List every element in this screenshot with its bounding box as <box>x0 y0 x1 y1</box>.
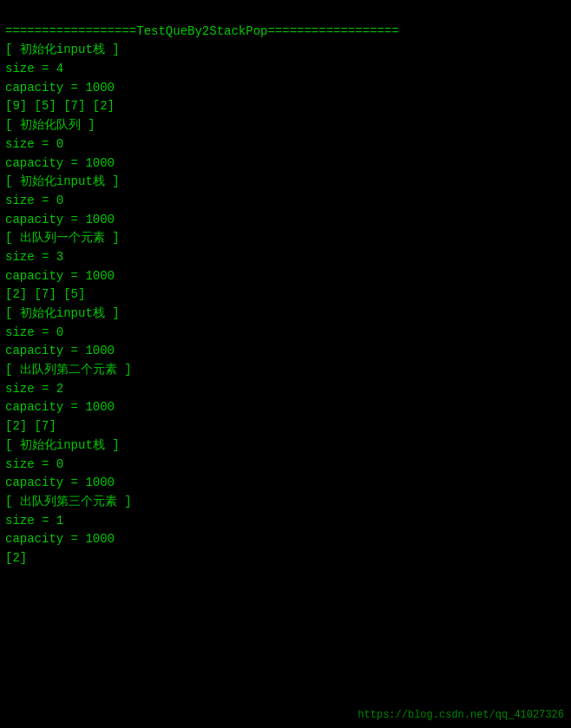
terminal-line-size-2: size = 2 <box>5 380 566 399</box>
terminal-line-size-1: size = 1 <box>5 512 566 531</box>
terminal-line-size-0-3: size = 0 <box>5 324 566 343</box>
terminal-line-dequeue-3: [ 出队列第三个元素 ] <box>5 493 566 512</box>
terminal-line-init-input-stack-2: [ 初始化input栈 ] <box>5 173 566 192</box>
terminal-line-dequeue-2: [ 出队列第二个元素 ] <box>5 361 566 380</box>
terminal-line-init-input-stack-3: [ 初始化input栈 ] <box>5 305 566 324</box>
terminal-line-capacity-1000-3: capacity = 1000 <box>5 211 566 230</box>
terminal-line-size-3: size = 3 <box>5 248 566 267</box>
terminal-line-capacity-1000-5: capacity = 1000 <box>5 342 566 361</box>
terminal-line-capacity-1000-6: capacity = 1000 <box>5 398 566 417</box>
terminal-line-capacity-1000-7: capacity = 1000 <box>5 474 566 493</box>
terminal-line-array-9-5-7-2: [9] [5] [7] [2] <box>5 97 566 116</box>
watermark: https://blog.csdn.net/qq_41027326 <box>358 709 564 721</box>
terminal-line-init-input-stack-1: [ 初始化input栈 ] <box>5 41 566 60</box>
terminal-line-capacity-1000-4: capacity = 1000 <box>5 267 566 286</box>
terminal-line-init-input-stack-4: [ 初始化input栈 ] <box>5 436 566 456</box>
terminal-line-array-2: [2] <box>5 549 566 568</box>
terminal-line-array-2-7: [2] [7] <box>5 417 566 436</box>
terminal-line-size-0-4: size = 0 <box>5 456 566 475</box>
terminal-line-capacity-1000-8: capacity = 1000 <box>5 530 566 549</box>
terminal-line-size-4: size = 4 <box>5 60 566 79</box>
terminal-line-array-2-7-5: [2] [7] [5] <box>5 285 566 305</box>
terminal-line-init-queue-1: [ 初始化队列 ] <box>5 116 566 135</box>
terminal-output: ==================TestQueBy2StackPop====… <box>0 0 571 572</box>
terminal-line-capacity-1000-1: capacity = 1000 <box>5 79 566 98</box>
terminal-line-separator: ==================TestQueBy2StackPop====… <box>5 23 566 42</box>
terminal-line-size-0-1: size = 0 <box>5 135 566 154</box>
terminal-line-dequeue-1: [ 出队列一个元素 ] <box>5 229 566 248</box>
terminal-line-capacity-1000-2: capacity = 1000 <box>5 154 566 174</box>
terminal-line-size-0-2: size = 0 <box>5 192 566 211</box>
